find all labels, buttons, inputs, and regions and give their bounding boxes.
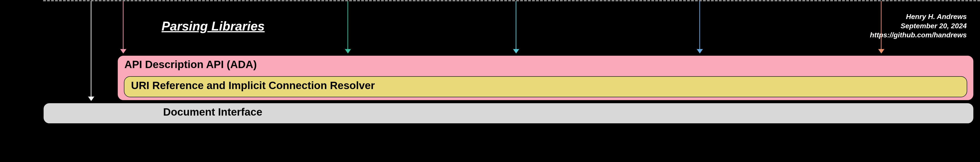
layer-uri-resolver: URI Reference and Implicit Connection Re… [124, 76, 967, 97]
layer-document-interface-label: Document Interface [44, 103, 974, 118]
layer-document-interface: Document Interface [43, 103, 974, 124]
layer-ada-label: API Description API (ADA) [118, 56, 974, 70]
arrow-orange [881, 1, 881, 53]
arrow-green [347, 1, 348, 53]
arrow-cyan [515, 1, 516, 53]
arrow-pink [123, 1, 124, 53]
attribution-url: https://github.com/handrews [870, 30, 967, 40]
attribution-author: Henry H. Andrews [870, 12, 967, 21]
attribution-block: Henry H. Andrews September 20, 2024 http… [870, 12, 967, 40]
section-title: Parsing Libraries [162, 19, 265, 33]
attribution-date: September 20, 2024 [870, 21, 967, 31]
arrow-blue [699, 1, 700, 53]
arrow-white [91, 1, 91, 100]
top-dashed-divider [43, 0, 980, 1]
layer-uri-resolver-label: URI Reference and Implicit Connection Re… [124, 77, 967, 92]
